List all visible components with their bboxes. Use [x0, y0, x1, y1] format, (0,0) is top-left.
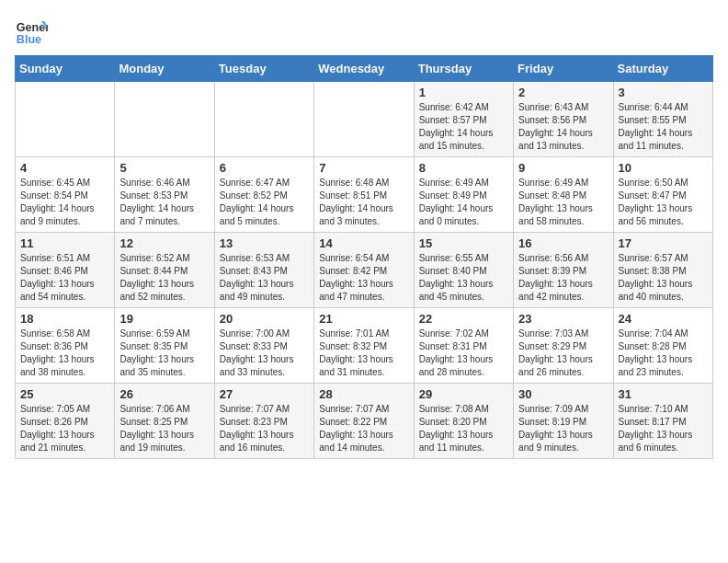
- day-number: 22: [419, 312, 508, 326]
- col-header-thursday: Thursday: [414, 56, 513, 82]
- day-number: 23: [518, 312, 608, 326]
- day-info: Sunrise: 6:54 AM Sunset: 8:42 PM Dayligh…: [319, 252, 408, 304]
- calendar-cell: 31Sunrise: 7:10 AM Sunset: 8:17 PM Dayli…: [613, 384, 712, 459]
- calendar-week-1: 1Sunrise: 6:42 AM Sunset: 8:57 PM Daylig…: [16, 82, 713, 157]
- day-info: Sunrise: 6:58 AM Sunset: 8:36 PM Dayligh…: [20, 327, 109, 379]
- calendar-cell: 5Sunrise: 6:46 AM Sunset: 8:53 PM Daylig…: [115, 157, 214, 233]
- col-header-friday: Friday: [514, 56, 613, 82]
- day-info: Sunrise: 7:05 AM Sunset: 8:26 PM Dayligh…: [20, 403, 109, 454]
- day-number: 27: [220, 387, 309, 401]
- day-info: Sunrise: 6:49 AM Sunset: 8:49 PM Dayligh…: [419, 177, 508, 228]
- day-number: 20: [220, 312, 309, 326]
- logo-icon: General Blue: [15, 15, 48, 48]
- day-number: 5: [119, 161, 209, 175]
- calendar-cell: 28Sunrise: 7:07 AM Sunset: 8:22 PM Dayli…: [314, 384, 414, 459]
- col-header-wednesday: Wednesday: [314, 56, 414, 82]
- logo: General Blue: [15, 15, 51, 48]
- day-number: 9: [518, 161, 608, 175]
- day-number: 16: [518, 236, 608, 250]
- day-info: Sunrise: 6:47 AM Sunset: 8:52 PM Dayligh…: [220, 177, 309, 228]
- day-number: 10: [619, 161, 708, 175]
- calendar-table: SundayMondayTuesdayWednesdayThursdayFrid…: [15, 55, 713, 459]
- calendar-cell: 3Sunrise: 6:44 AM Sunset: 8:55 PM Daylig…: [613, 82, 712, 157]
- day-number: 18: [20, 312, 109, 326]
- calendar-cell: 9Sunrise: 6:49 AM Sunset: 8:48 PM Daylig…: [514, 157, 613, 233]
- day-number: 30: [518, 387, 608, 401]
- calendar-week-4: 18Sunrise: 6:58 AM Sunset: 8:36 PM Dayli…: [16, 308, 713, 384]
- day-info: Sunrise: 7:01 AM Sunset: 8:32 PM Dayligh…: [319, 327, 408, 379]
- day-number: 26: [119, 387, 209, 401]
- calendar-cell: 11Sunrise: 6:51 AM Sunset: 8:46 PM Dayli…: [16, 233, 115, 308]
- day-info: Sunrise: 6:46 AM Sunset: 8:53 PM Dayligh…: [119, 177, 209, 228]
- day-info: Sunrise: 6:57 AM Sunset: 8:38 PM Dayligh…: [619, 252, 708, 304]
- day-info: Sunrise: 6:56 AM Sunset: 8:39 PM Dayligh…: [518, 252, 608, 304]
- page-header: General Blue: [15, 15, 713, 48]
- calendar-cell: 22Sunrise: 7:02 AM Sunset: 8:31 PM Dayli…: [414, 308, 513, 384]
- calendar-cell: [115, 82, 214, 157]
- day-info: Sunrise: 7:03 AM Sunset: 8:29 PM Dayligh…: [518, 327, 608, 379]
- day-number: 7: [319, 161, 408, 175]
- calendar-cell: 14Sunrise: 6:54 AM Sunset: 8:42 PM Dayli…: [314, 233, 414, 308]
- day-info: Sunrise: 6:43 AM Sunset: 8:56 PM Dayligh…: [518, 101, 608, 153]
- day-info: Sunrise: 7:00 AM Sunset: 8:33 PM Dayligh…: [220, 327, 309, 379]
- day-number: 21: [319, 312, 408, 326]
- calendar-cell: 1Sunrise: 6:42 AM Sunset: 8:57 PM Daylig…: [414, 82, 513, 157]
- day-info: Sunrise: 7:10 AM Sunset: 8:17 PM Dayligh…: [619, 403, 708, 454]
- calendar-cell: [314, 82, 414, 157]
- day-info: Sunrise: 7:08 AM Sunset: 8:20 PM Dayligh…: [419, 403, 508, 454]
- day-info: Sunrise: 6:51 AM Sunset: 8:46 PM Dayligh…: [20, 252, 109, 304]
- day-number: 24: [619, 312, 708, 326]
- day-info: Sunrise: 7:04 AM Sunset: 8:28 PM Dayligh…: [619, 327, 708, 379]
- day-info: Sunrise: 7:07 AM Sunset: 8:22 PM Dayligh…: [319, 403, 408, 454]
- calendar-cell: [214, 82, 313, 157]
- day-info: Sunrise: 7:07 AM Sunset: 8:23 PM Dayligh…: [220, 403, 309, 454]
- calendar-cell: 13Sunrise: 6:53 AM Sunset: 8:43 PM Dayli…: [214, 233, 313, 308]
- col-header-saturday: Saturday: [613, 56, 712, 82]
- calendar-cell: 7Sunrise: 6:48 AM Sunset: 8:51 PM Daylig…: [314, 157, 414, 233]
- day-number: 11: [20, 236, 109, 250]
- calendar-cell: 17Sunrise: 6:57 AM Sunset: 8:38 PM Dayli…: [613, 233, 712, 308]
- calendar-cell: 24Sunrise: 7:04 AM Sunset: 8:28 PM Dayli…: [613, 308, 712, 384]
- day-info: Sunrise: 6:48 AM Sunset: 8:51 PM Dayligh…: [319, 177, 408, 228]
- col-header-tuesday: Tuesday: [214, 56, 313, 82]
- calendar-cell: 12Sunrise: 6:52 AM Sunset: 8:44 PM Dayli…: [115, 233, 214, 308]
- day-info: Sunrise: 7:06 AM Sunset: 8:25 PM Dayligh…: [119, 403, 209, 454]
- calendar-cell: 25Sunrise: 7:05 AM Sunset: 8:26 PM Dayli…: [16, 384, 115, 459]
- day-info: Sunrise: 6:44 AM Sunset: 8:55 PM Dayligh…: [619, 101, 708, 153]
- day-number: 31: [619, 387, 708, 401]
- day-info: Sunrise: 6:49 AM Sunset: 8:48 PM Dayligh…: [518, 177, 608, 228]
- calendar-week-2: 4Sunrise: 6:45 AM Sunset: 8:54 PM Daylig…: [16, 157, 713, 233]
- day-number: 2: [518, 86, 608, 99]
- day-number: 6: [220, 161, 309, 175]
- day-info: Sunrise: 6:53 AM Sunset: 8:43 PM Dayligh…: [220, 252, 309, 304]
- col-header-sunday: Sunday: [16, 56, 115, 82]
- day-info: Sunrise: 7:09 AM Sunset: 8:19 PM Dayligh…: [518, 403, 608, 454]
- day-number: 12: [119, 236, 209, 250]
- day-number: 14: [319, 236, 408, 250]
- day-info: Sunrise: 7:02 AM Sunset: 8:31 PM Dayligh…: [419, 327, 508, 379]
- calendar-cell: 16Sunrise: 6:56 AM Sunset: 8:39 PM Dayli…: [514, 233, 613, 308]
- calendar-cell: 15Sunrise: 6:55 AM Sunset: 8:40 PM Dayli…: [414, 233, 513, 308]
- day-number: 15: [419, 236, 508, 250]
- day-number: 25: [20, 387, 109, 401]
- calendar-cell: 19Sunrise: 6:59 AM Sunset: 8:35 PM Dayli…: [115, 308, 214, 384]
- calendar-cell: 6Sunrise: 6:47 AM Sunset: 8:52 PM Daylig…: [214, 157, 313, 233]
- calendar-cell: [16, 82, 115, 157]
- calendar-cell: 26Sunrise: 7:06 AM Sunset: 8:25 PM Dayli…: [115, 384, 214, 459]
- day-number: 1: [419, 86, 508, 99]
- calendar-cell: 2Sunrise: 6:43 AM Sunset: 8:56 PM Daylig…: [514, 82, 613, 157]
- calendar-cell: 29Sunrise: 7:08 AM Sunset: 8:20 PM Dayli…: [414, 384, 513, 459]
- day-info: Sunrise: 6:59 AM Sunset: 8:35 PM Dayligh…: [119, 327, 209, 379]
- calendar-cell: 27Sunrise: 7:07 AM Sunset: 8:23 PM Dayli…: [214, 384, 313, 459]
- calendar-cell: 23Sunrise: 7:03 AM Sunset: 8:29 PM Dayli…: [514, 308, 613, 384]
- day-info: Sunrise: 6:55 AM Sunset: 8:40 PM Dayligh…: [419, 252, 508, 304]
- calendar-cell: 10Sunrise: 6:50 AM Sunset: 8:47 PM Dayli…: [613, 157, 712, 233]
- day-info: Sunrise: 6:45 AM Sunset: 8:54 PM Dayligh…: [20, 177, 109, 228]
- calendar-cell: 4Sunrise: 6:45 AM Sunset: 8:54 PM Daylig…: [16, 157, 115, 233]
- day-info: Sunrise: 6:42 AM Sunset: 8:57 PM Dayligh…: [419, 101, 508, 153]
- day-number: 17: [619, 236, 708, 250]
- day-info: Sunrise: 6:52 AM Sunset: 8:44 PM Dayligh…: [119, 252, 209, 304]
- calendar-week-5: 25Sunrise: 7:05 AM Sunset: 8:26 PM Dayli…: [16, 384, 713, 459]
- calendar-week-3: 11Sunrise: 6:51 AM Sunset: 8:46 PM Dayli…: [16, 233, 713, 308]
- day-number: 3: [619, 86, 708, 99]
